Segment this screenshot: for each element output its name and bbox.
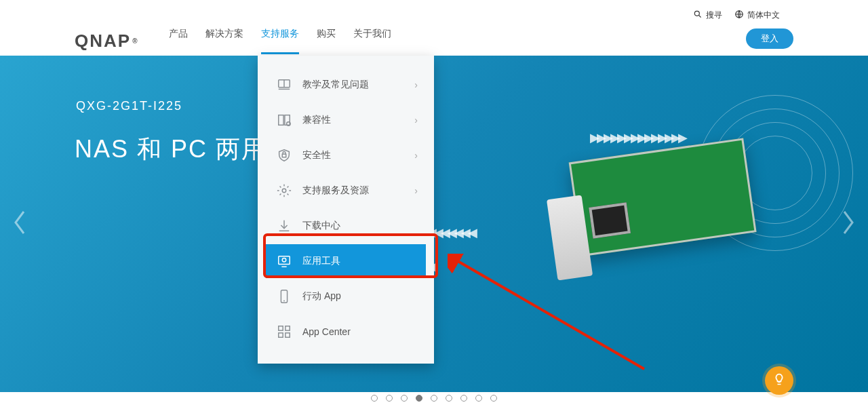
download-icon bbox=[275, 217, 293, 235]
brand-registered: ® bbox=[132, 37, 138, 45]
svg-rect-19 bbox=[279, 333, 283, 337]
svg-rect-18 bbox=[285, 326, 290, 330]
dropdown-item-label: 下载中心 bbox=[302, 220, 340, 232]
carousel-dot[interactable] bbox=[386, 395, 393, 402]
carousel-prev[interactable] bbox=[9, 209, 30, 239]
dropdown-item[interactable]: 下载中心 bbox=[266, 209, 426, 243]
dropdown-item[interactable]: 安全性› bbox=[266, 138, 426, 172]
shield-lock-icon bbox=[275, 147, 293, 164]
dropdown-item[interactable]: 行动 App bbox=[266, 279, 426, 313]
chevron-right-icon: › bbox=[414, 185, 418, 196]
product-image bbox=[541, 130, 775, 294]
server-check-icon bbox=[275, 111, 293, 129]
dropdown-item[interactable]: 支持服务及资源› bbox=[266, 174, 426, 208]
carousel-dot[interactable] bbox=[446, 395, 452, 402]
nav-item[interactable]: 购买 bbox=[317, 28, 336, 54]
mobile-icon bbox=[275, 288, 293, 305]
carousel-dot[interactable] bbox=[401, 395, 408, 402]
svg-point-0 bbox=[694, 11, 699, 16]
svg-line-1 bbox=[699, 16, 701, 18]
support-dropdown: 教学及常见问题›兼容性›安全性›支持服务及资源›下载中心应用工具行动 AppAp… bbox=[258, 56, 434, 364]
svg-rect-9 bbox=[282, 154, 286, 157]
carousel-dots bbox=[371, 395, 497, 402]
carousel-dot[interactable] bbox=[416, 395, 422, 402]
main-header: QNAP ® 产品解决方案支持服务购买关于我们 bbox=[0, 26, 868, 56]
app-monitor-icon bbox=[275, 252, 293, 270]
search-link[interactable]: 搜寻 bbox=[693, 9, 722, 21]
chevron-right-icon: › bbox=[414, 150, 418, 161]
dropdown-item-label: 兼容性 bbox=[302, 114, 331, 126]
main-nav: 产品解决方案支持服务购买关于我们 bbox=[169, 28, 391, 54]
lightbulb-icon bbox=[772, 372, 786, 389]
brand-logo[interactable]: QNAP ® bbox=[75, 31, 139, 52]
globe-icon bbox=[734, 9, 744, 21]
brand-text: QNAP bbox=[75, 31, 131, 52]
carousel-dot[interactable] bbox=[460, 395, 467, 402]
svg-rect-12 bbox=[279, 256, 290, 265]
dropdown-item[interactable]: App Center bbox=[266, 315, 426, 349]
login-label: 登入 bbox=[761, 33, 778, 43]
dropdown-item[interactable]: 应用工具 bbox=[266, 244, 426, 278]
svg-rect-6 bbox=[279, 115, 283, 125]
hero-carousel: QXG-2G1T-I225 NAS 和 PC 两用的 2 ◀◀◀◀◀◀◀◀◀◀◀… bbox=[0, 56, 868, 392]
nav-item[interactable]: 支持服务 bbox=[261, 28, 299, 54]
gear-icon bbox=[275, 182, 293, 199]
language-label: 简体中文 bbox=[747, 9, 780, 21]
carousel-dot[interactable] bbox=[490, 395, 497, 402]
nav-item[interactable]: 关于我们 bbox=[353, 28, 391, 54]
svg-rect-7 bbox=[285, 115, 290, 125]
carousel-dot[interactable] bbox=[431, 395, 437, 402]
dropdown-item-label: 行动 App bbox=[302, 290, 341, 303]
chevron-right-icon: › bbox=[414, 115, 418, 125]
dropdown-item-label: App Center bbox=[302, 326, 351, 337]
svg-point-10 bbox=[282, 189, 286, 193]
carousel-next[interactable] bbox=[838, 209, 859, 239]
monitor-book-icon bbox=[275, 76, 293, 94]
svg-point-14 bbox=[282, 258, 286, 262]
nav-item[interactable]: 产品 bbox=[169, 28, 188, 54]
nav-item[interactable]: 解决方案 bbox=[205, 28, 243, 54]
carousel-dot[interactable] bbox=[371, 395, 378, 402]
grid-icon bbox=[275, 323, 293, 341]
dropdown-item[interactable]: 教学及常见问题› bbox=[266, 68, 426, 102]
dropdown-item-label: 支持服务及资源 bbox=[302, 185, 369, 197]
search-icon bbox=[693, 9, 703, 21]
chevron-right-icon: › bbox=[414, 79, 418, 90]
search-label: 搜寻 bbox=[706, 9, 722, 21]
dropdown-item-label: 应用工具 bbox=[302, 255, 340, 267]
language-switcher[interactable]: 简体中文 bbox=[734, 9, 780, 21]
dropdown-item[interactable]: 兼容性› bbox=[266, 103, 426, 137]
login-button[interactable]: 登入 bbox=[746, 28, 793, 49]
dropdown-item-label: 教学及常见问题 bbox=[302, 79, 369, 91]
hero-model-code: QXG-2G1T-I225 bbox=[76, 99, 182, 113]
svg-rect-20 bbox=[285, 333, 290, 337]
feedback-button[interactable] bbox=[765, 366, 793, 395]
carousel-dot[interactable] bbox=[475, 395, 482, 402]
dropdown-item-label: 安全性 bbox=[302, 149, 331, 161]
svg-rect-17 bbox=[279, 326, 283, 330]
